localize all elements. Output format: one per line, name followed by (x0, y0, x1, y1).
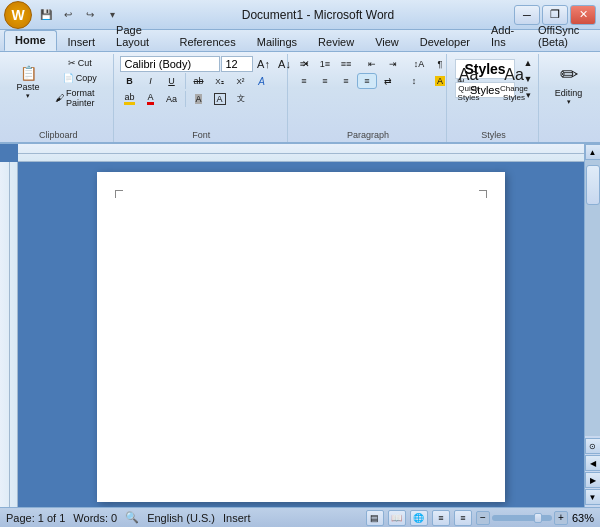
print-layout-button[interactable]: ▤ (366, 510, 384, 526)
subscript-icon: X₂ (215, 77, 223, 86)
tab-references[interactable]: References (169, 33, 245, 51)
redo-qat-button[interactable]: ↪ (80, 5, 100, 25)
char-shading-icon: A (195, 94, 201, 104)
tab-developer[interactable]: Developer (410, 33, 480, 51)
font-row2: B I U ab X₂ X² A (120, 73, 283, 89)
center-button[interactable]: ≡ (315, 74, 335, 88)
quick-styles-icon: Aa (459, 66, 479, 84)
numbering-button[interactable]: 1≡ (315, 57, 335, 71)
select-browse-button[interactable]: ⊙ (585, 438, 601, 454)
superscript-button[interactable]: X² (231, 75, 251, 88)
shading-button[interactable]: A (430, 74, 450, 88)
cut-button[interactable]: ✂Cut (51, 56, 109, 70)
ribbon-tabs: Home Insert Page Layout References Maili… (0, 30, 600, 52)
format-painter-button[interactable]: 🖌Format Painter (51, 86, 109, 110)
line-spacing-button[interactable]: ↕ (404, 74, 424, 88)
scroll-thumb[interactable] (586, 165, 600, 205)
zoom-level: 63% (572, 512, 594, 524)
bullets-icon: ≡• (300, 59, 308, 69)
paste-label: Paste (16, 82, 39, 92)
bullets-button[interactable]: ≡• (294, 57, 314, 71)
change-styles-label: Change Styles (497, 84, 531, 102)
zoom-minus-button[interactable]: − (476, 511, 490, 525)
highlight-button[interactable]: ab (120, 90, 140, 107)
web-layout-button[interactable]: 🌐 (410, 510, 428, 526)
editing-large-button[interactable]: ✏ Editing ▾ (545, 56, 592, 111)
strikethrough-icon: ab (193, 76, 203, 86)
italic-button[interactable]: I (141, 74, 161, 88)
tab-page-layout[interactable]: Page Layout (106, 21, 168, 51)
grow-font-button[interactable]: A↑ (254, 56, 274, 72)
tab-addins[interactable]: Add-Ins (481, 21, 527, 51)
font-size-input[interactable] (221, 56, 253, 72)
strikethrough-button[interactable]: ab (189, 74, 209, 88)
change-styles-button[interactable]: Aa Change Styles (492, 56, 536, 111)
align-right-icon: ≡ (343, 76, 348, 86)
superscript-icon: X² (237, 77, 245, 86)
ruby-button[interactable]: 文 (231, 91, 251, 106)
paragraph-content: ≡• 1≡ ≡≡ ⇤ ⇥ ↕A ¶ ≡ ≡ ≡ ≡ ⇄ ↕ A ⊞ (294, 56, 442, 128)
char-shading-button[interactable]: A (189, 92, 209, 106)
quick-styles-label: Quick Styles (454, 84, 483, 102)
align-left-button[interactable]: ≡ (294, 74, 314, 88)
font-group-label: Font (116, 130, 287, 140)
paste-dropdown-icon: ▾ (26, 92, 30, 100)
change-styles-icon: Aa (504, 66, 524, 84)
ruler-line (18, 153, 584, 154)
font-color-button[interactable]: A (141, 90, 161, 107)
show-formatting-icon: ¶ (438, 59, 443, 69)
justify-button[interactable]: ≡ (357, 73, 377, 89)
scroll-up-button[interactable]: ▲ (585, 144, 601, 160)
paragraph-group-label: Paragraph (290, 130, 446, 140)
prev-page-button[interactable]: ◀ (585, 455, 601, 471)
outline-button[interactable]: ≡ (432, 510, 450, 526)
zoom-thumb[interactable] (534, 513, 542, 523)
ribbon-group-clipboard: 📋 Paste ▾ ✂Cut 📄Copy 🖌Format Painter Cli… (4, 54, 114, 142)
document-page[interactable] (97, 172, 505, 502)
scroll-down-button[interactable]: ▼ (585, 489, 601, 505)
paste-icon: 📋 (20, 66, 37, 80)
tab-mailings[interactable]: Mailings (247, 33, 307, 51)
tab-offisync[interactable]: OffiSync (Beta) (528, 21, 599, 51)
text-effects-button[interactable]: A (252, 74, 272, 89)
styles-large-buttons: Aa Quick Styles Aa Change Styles (449, 56, 536, 111)
decrease-indent-button[interactable]: ⇤ (362, 57, 382, 71)
next-page-button[interactable]: ▶ (585, 472, 601, 488)
quick-styles-button[interactable]: Aa Quick Styles (449, 56, 488, 111)
multilevel-list-button[interactable]: ≡≡ (336, 57, 356, 71)
save-qat-button[interactable]: 💾 (36, 5, 56, 25)
undo-qat-button[interactable]: ↩ (58, 5, 78, 25)
copy-icon: 📄 (63, 73, 74, 83)
bold-button[interactable]: B (120, 74, 140, 88)
char-border-icon: A (214, 93, 226, 105)
tab-insert[interactable]: Insert (58, 33, 106, 51)
font-name-input[interactable] (120, 56, 220, 72)
sort-button[interactable]: ↕A (409, 57, 429, 71)
copy-button[interactable]: 📄Copy (51, 71, 109, 85)
paste-button[interactable]: 📋 Paste ▾ (8, 58, 48, 108)
page-marker-top-right (479, 190, 487, 198)
increase-indent-button[interactable]: ⇥ (383, 57, 403, 71)
underline-button[interactable]: U (162, 74, 182, 88)
tab-review[interactable]: Review (308, 33, 364, 51)
scroll-track[interactable] (585, 160, 600, 436)
increase-indent-icon: ⇥ (389, 59, 397, 69)
draft-button[interactable]: ≡ (454, 510, 472, 526)
editing-dropdown-icon: ▾ (567, 98, 571, 106)
subscript-button[interactable]: X₂ (210, 75, 230, 88)
ribbon-group-editing: ✏ Editing ▾ (541, 54, 596, 142)
full-reading-button[interactable]: 📖 (388, 510, 406, 526)
office-logo[interactable]: W (4, 1, 32, 29)
char-border-button[interactable]: A (210, 91, 230, 107)
proofing-icon[interactable]: 🔍 (125, 511, 139, 524)
document-area[interactable] (18, 162, 584, 507)
tab-home[interactable]: Home (4, 30, 57, 51)
tab-view[interactable]: View (365, 33, 409, 51)
zoom-plus-button[interactable]: + (554, 511, 568, 525)
change-case-button[interactable]: Aa (162, 92, 182, 106)
font-row3: ab A Aa A A 文 (120, 90, 283, 107)
zoom-track[interactable] (492, 515, 552, 521)
align-right-button[interactable]: ≡ (336, 74, 356, 88)
text-direction-button[interactable]: ⇄ (378, 74, 398, 88)
show-formatting-button[interactable]: ¶ (430, 57, 450, 71)
